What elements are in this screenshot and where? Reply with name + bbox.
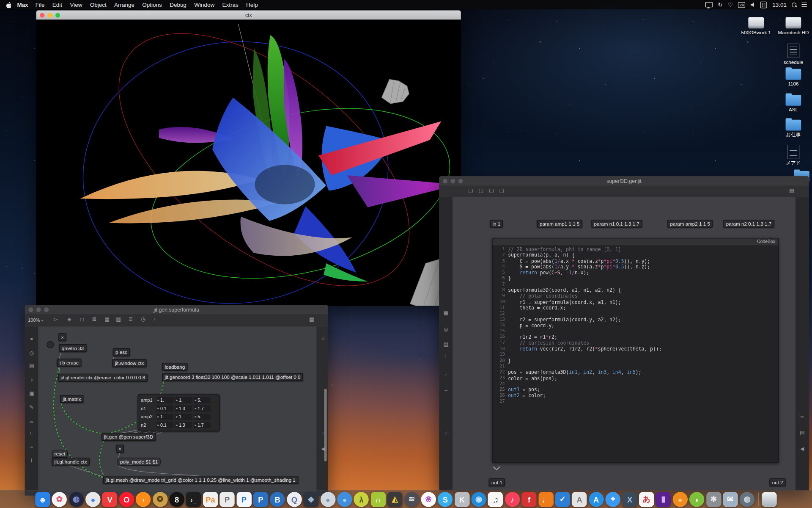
bang-button[interactable]	[47, 341, 54, 348]
object-jit-gen[interactable]: jit.gen @gen superf3D	[102, 433, 156, 440]
desktop-icon-ASL[interactable]: ASL	[777, 95, 810, 113]
dock-icon-chrome[interactable]: ●	[85, 491, 101, 507]
dock-icon-f-app[interactable]: f	[521, 491, 537, 507]
info-icon[interactable]: i	[442, 353, 450, 360]
speaker-icon[interactable]: ◀	[798, 446, 806, 452]
gen-object-out1[interactable]: out 1	[489, 478, 505, 486]
dock-icon-xcode[interactable]: X	[622, 491, 637, 507]
object-p-esc[interactable]: p esc	[113, 348, 130, 356]
clock[interactable]: 13:01	[772, 2, 787, 8]
number-box[interactable]: ▸1.	[175, 397, 192, 403]
list-icon[interactable]: ≣	[129, 316, 133, 322]
toggle-object[interactable]: ×	[58, 333, 66, 341]
dock-icon-finder[interactable]: ☻	[35, 491, 50, 507]
gen-object-param-amp1[interactable]: param amp1 1 1 5	[537, 220, 582, 227]
menu-item-max[interactable]: Max	[17, 2, 28, 8]
menu-item-help[interactable]: Help	[246, 2, 258, 8]
lock-icon[interactable]: ◈	[67, 316, 71, 322]
number-box[interactable]: ▸1.7	[194, 406, 211, 412]
gen-object-out2[interactable]: out 2	[770, 478, 786, 486]
doc-icon[interactable]: ▤	[442, 341, 450, 348]
gen-object-in1[interactable]: in 1	[490, 220, 503, 227]
dock-icon-pa-doc[interactable]: Pa	[203, 491, 218, 507]
closebox-icon[interactable]: ⊠	[92, 316, 96, 322]
dock-icon-b-app[interactable]: B	[270, 491, 285, 507]
number-box[interactable]: ▸1.	[156, 397, 173, 403]
dock-icon-firefox[interactable]: ◖	[136, 491, 151, 507]
menu-item-options[interactable]: Options	[142, 2, 162, 8]
desktop-icon-500GBwork 1[interactable]: 500GBwork 1	[740, 17, 773, 35]
grid-icon[interactable]: ▦	[309, 316, 314, 322]
menu-item-view[interactable]: View	[70, 2, 82, 8]
image-icon[interactable]: ▣	[28, 390, 35, 397]
object-jit-gl-mesh[interactable]: jit.gl.mesh @draw_mode tri_grid @color 1…	[103, 476, 298, 483]
dock-icon-a-app[interactable]: A	[572, 491, 587, 507]
render-canvas[interactable]	[36, 20, 461, 306]
object-qmetro[interactable]: qmetro 33	[59, 344, 87, 352]
info-icon[interactable]: i	[28, 458, 35, 464]
desktop-icon-お仕事[interactable]: お仕事	[777, 120, 810, 138]
sliders-icon[interactable]: ≡	[320, 430, 327, 436]
number-box[interactable]: ▸0.1	[156, 422, 173, 428]
dock-icon-gear-app[interactable]: ✱	[706, 491, 721, 507]
sync-icon[interactable]: ↻	[718, 2, 722, 7]
object-loadbang[interactable]: loadbang	[162, 363, 187, 370]
circle-icon[interactable]: ●	[28, 336, 35, 342]
plus-icon[interactable]: +	[153, 316, 156, 322]
template-icon[interactable]: ▤	[28, 363, 35, 369]
grid-icon[interactable]: ▦	[442, 310, 450, 316]
message-reset[interactable]: reset	[52, 450, 68, 458]
dock-icon-guitar-app[interactable]: ♩	[538, 491, 554, 507]
volume-icon[interactable]	[751, 3, 755, 7]
dock-icon-opera[interactable]: O	[119, 491, 134, 507]
zoom-button[interactable]	[458, 179, 463, 183]
dock-icon-piano[interactable]: ♫	[488, 491, 503, 507]
display-icon[interactable]	[705, 2, 713, 7]
dock-icon-trash[interactable]	[762, 491, 777, 507]
number-box[interactable]: ▸5.	[194, 414, 211, 420]
ctx-titlebar[interactable]: ctx	[36, 10, 461, 19]
number-box[interactable]: ▸1.	[156, 414, 173, 420]
square-icon[interactable]: ▢	[478, 188, 483, 193]
minimize-button[interactable]	[450, 179, 455, 183]
menu-item-edit[interactable]: Edit	[52, 2, 62, 8]
dock-icon-vivaldi[interactable]: V	[102, 491, 118, 507]
search-icon[interactable]: ○	[320, 336, 327, 342]
dock-icon-drop-app[interactable]: ◉	[471, 491, 486, 507]
dock-icon-k-app[interactable]: K	[455, 491, 470, 507]
columns-icon[interactable]: ▥	[116, 316, 121, 322]
zoom-level[interactable]: 100% ▾	[28, 318, 43, 323]
dock-icon-amber-app[interactable]: ◭	[387, 491, 403, 507]
minimize-button[interactable]	[36, 307, 41, 312]
apple-menu[interactable]	[6, 1, 12, 8]
number-box[interactable]: ▸1.7	[194, 422, 211, 428]
link-icon[interactable]: ∞	[28, 419, 35, 425]
patcher-titlebar[interactable]: jit.gen.superformula	[25, 305, 328, 314]
square-icon[interactable]: ▢	[489, 188, 494, 193]
speaker-icon[interactable]: ◀	[320, 446, 327, 452]
dock-icon-green-bird[interactable]: ◗	[689, 491, 705, 507]
target-icon[interactable]: ◎	[442, 326, 450, 333]
dock-icon-check-app[interactable]: ✓	[555, 491, 571, 507]
dock-icon-blue-s[interactable]: S	[438, 491, 453, 507]
dock-icon-max[interactable]: ≋	[404, 491, 420, 507]
dock-icon-p-doc[interactable]: P	[219, 491, 235, 507]
zoom-button[interactable]	[55, 13, 60, 17]
comment-icon[interactable]: ◻	[80, 316, 84, 322]
close-button[interactable]	[40, 13, 44, 17]
note-icon[interactable]: ♪	[28, 377, 35, 383]
square-icon[interactable]: ▢	[499, 188, 504, 193]
clip-icon[interactable]: ⊂	[28, 430, 35, 436]
toggle-object-2[interactable]: ×	[116, 445, 123, 453]
close-button[interactable]	[28, 307, 33, 312]
menu-item-extras[interactable]: Extras	[222, 2, 239, 8]
menu-item-window[interactable]: Window	[194, 2, 214, 8]
object-jit-window[interactable]: jit.window ctx	[112, 359, 147, 367]
notification-center-icon[interactable]	[802, 3, 807, 7]
zoom-button[interactable]	[44, 307, 49, 312]
dock-icon-flower-app[interactable]: ❀	[421, 491, 436, 507]
dock-icon-blue-ball[interactable]: ●	[337, 491, 352, 507]
dock-icon-music[interactable]: ♪	[505, 491, 520, 507]
dock-icon-p-blue[interactable]: P	[253, 491, 269, 507]
menu-item-object[interactable]: Object	[90, 2, 107, 8]
